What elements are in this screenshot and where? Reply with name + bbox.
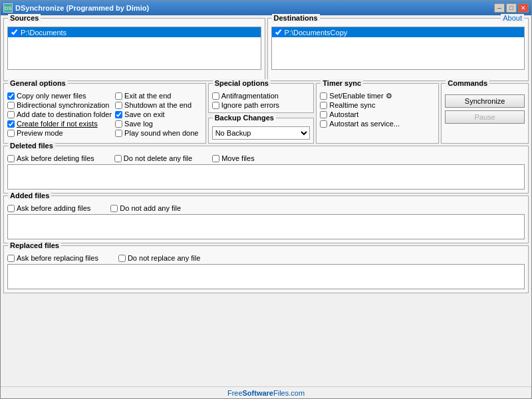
replaced-files-list[interactable] [7,264,525,289]
create-folder-label: Create folder if not exists [17,120,98,128]
sources-list[interactable]: P:\Documents [7,27,261,70]
added-ask-checkbox[interactable] [7,205,15,212]
status-files: Files [273,389,289,397]
deleted-donot-checkbox[interactable] [114,155,122,162]
status-bar: FreeSoftwareFiles.com [1,386,531,398]
ts-row-1: Set/Enable timer ⚙ [320,92,435,100]
ignore-path-checkbox[interactable] [212,102,219,109]
go-row-5: Preview mode [7,129,112,137]
bidirectional-checkbox[interactable] [7,102,15,109]
commands-group: Commands Synchronize Pause [441,83,529,144]
replaced-files-label: Replaced files [8,241,61,249]
save-exit-checkbox[interactable] [115,111,122,118]
preview-mode-label: Preview mode [17,129,63,137]
title-bar: DS DSynchronize (Programmed by Dimio) ─ … [1,1,531,15]
destinations-group: Destinations About P:\DocumentsCopy [267,18,529,81]
go-row-3: Add date to destination folder [7,110,112,118]
save-exit-label: Save on exit [124,110,165,118]
added-files-list[interactable] [7,214,525,239]
autostart-service-label: Autostart as service... [329,120,400,128]
deleted-move-row: Move files [212,154,255,162]
ts-row-4: Autostart as service... [320,120,435,128]
add-date-label: Add date to destination folder [17,110,112,118]
replaced-donot-checkbox[interactable] [118,255,126,262]
source-item[interactable]: P:\Documents [8,27,261,37]
replaced-files-group: Replaced files Ask before replacing file… [3,245,529,293]
destinations-list[interactable]: P:\DocumentsCopy [271,27,525,70]
bidirectional-label: Bidirectional synchronization [17,101,109,109]
ts-row-3: Autostart [320,110,435,118]
autostart-label: Autostart [329,110,358,118]
minimize-button[interactable]: ─ [494,3,505,13]
go-row-2: Bidirectional synchronization [7,101,112,109]
gear-icon[interactable]: ⚙ [386,92,394,100]
general-col2: Exit at the end Shutdown at the end Save… [115,92,202,137]
exit-end-checkbox[interactable] [115,92,122,100]
deleted-donot-label: Do not delete any file [124,154,192,162]
replaced-ask-row: Ask before replacing files [7,254,98,262]
realtime-sync-checkbox[interactable] [320,102,327,109]
deleted-files-list[interactable] [7,164,525,190]
destination-path: P:\DocumentsCopy [285,29,348,37]
added-donot-checkbox[interactable] [110,205,118,212]
added-files-group: Added files Ask before adding files Do n… [3,196,529,243]
exit-end-label: Exit at the end [124,92,171,100]
deleted-move-checkbox[interactable] [212,155,219,162]
destinations-label: Destinations [272,14,320,22]
special-backup-col: Special options Antifragmentation Ignore… [208,83,315,144]
set-timer-label: Set/Enable timer [329,92,383,100]
sources-label: Sources [8,14,41,22]
replaced-ask-checkbox[interactable] [7,255,15,262]
autostart-checkbox[interactable] [320,111,327,118]
middle-section: General options Copy only newer files Bi… [3,83,529,144]
general-options-group: General options Copy only newer files Bi… [3,83,206,144]
create-folder-checkbox[interactable] [7,120,15,128]
ts-row-2: Realtime sync [320,101,435,109]
special-options-label: Special options [213,79,271,87]
synchronize-button[interactable]: Synchronize [445,94,525,108]
go-row-8: Save on exit [115,110,202,118]
realtime-sync-label: Realtime sync [329,101,375,109]
add-date-checkbox[interactable] [7,111,15,118]
so-row-1: Antifragmentation [212,92,311,100]
antifrag-checkbox[interactable] [212,92,219,100]
preview-mode-checkbox[interactable] [7,130,15,137]
copy-newer-label: Copy only newer files [17,92,86,100]
maximize-button[interactable]: □ [506,3,517,13]
close-button[interactable]: ✕ [518,3,529,13]
source-path: P:\Documents [21,29,66,37]
set-timer-checkbox[interactable] [320,92,327,100]
main-window: DS DSynchronize (Programmed by Dimio) ─ … [0,0,532,399]
copy-newer-checkbox[interactable] [7,92,15,100]
play-sound-checkbox[interactable] [115,130,122,137]
status-free: Free [227,389,243,397]
deleted-ask-row: Ask before deleting files [7,154,94,162]
added-ask-row: Ask before adding files [7,204,90,212]
sources-group: Sources P:\Documents [3,18,265,81]
backup-changes-select[interactable]: No Backup Backup Versioned [212,126,311,140]
save-log-checkbox[interactable] [115,120,122,128]
status-domain: .com [289,389,305,397]
deleted-files-label: Deleted files [8,142,55,150]
shutdown-end-checkbox[interactable] [115,102,122,109]
replaced-donot-label: Do not replace any file [128,254,200,262]
destination-checkbox[interactable] [274,28,283,37]
window-title: DSynchronize (Programmed by Dimio) [15,4,149,12]
autostart-service-checkbox[interactable] [320,120,327,128]
ignore-path-label: Ignore path errors [221,101,279,109]
special-options-group: Special options Antifragmentation Ignore… [208,83,315,113]
source-checkbox[interactable] [10,28,19,37]
about-link[interactable]: About [501,14,524,22]
window-controls: ─ □ ✕ [494,3,529,13]
deleted-ask-checkbox[interactable] [7,155,15,162]
deleted-files-group: Deleted files Ask before deleting files … [3,146,529,194]
antifrag-label: Antifragmentation [221,92,279,100]
backup-changes-group: Backup Changes No Backup Backup Versione… [208,118,315,144]
go-row-6: Exit at the end [115,92,202,100]
sources-destinations-row: Sources P:\Documents Destinations About … [3,18,529,81]
general-options-label: General options [8,79,68,87]
app-icon: DS [3,3,13,13]
added-donot-row: Do not add any file [110,204,181,212]
destination-item[interactable]: P:\DocumentsCopy [272,27,525,37]
pause-button[interactable]: Pause [445,110,525,124]
